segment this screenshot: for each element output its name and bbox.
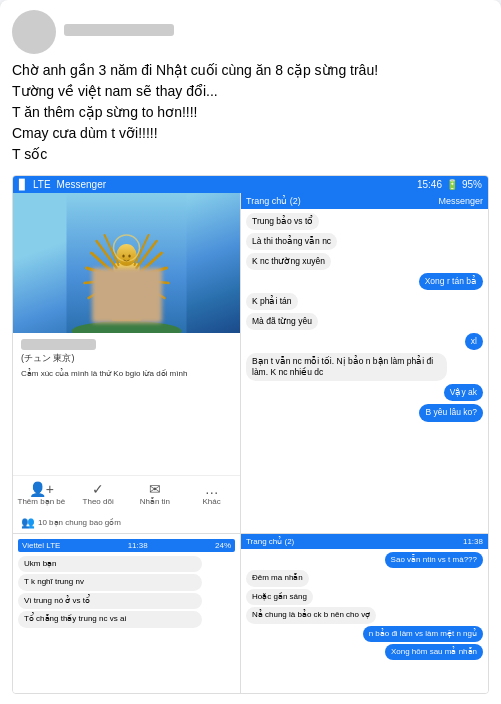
viettel-label: Viettel LTE: [22, 541, 60, 550]
messenger-label: Messenger: [57, 179, 106, 190]
add-friend-icon: 👤+: [29, 482, 54, 496]
msg-b2: Đêm ma nhắn: [246, 570, 309, 586]
chat-sub-title-1: Messenger: [438, 196, 483, 206]
mutual-friends: 👥 10 bạn chung bao gồm: [13, 512, 240, 533]
status-bar-left: ▊ LTE Messenger: [19, 179, 106, 190]
mutual-text: 10 bạn chung bao gồm: [38, 518, 121, 527]
two-panel: (チュン 東京) Cảm xúc của mình là thứ Ko bgio…: [13, 193, 488, 533]
follow-icon: ✓: [92, 482, 104, 496]
svg-point-19: [128, 255, 130, 258]
profile-status: Cảm xúc của mình là thứ Ko bgio lừa dối …: [21, 368, 232, 379]
msg-6: Mà đã từng yêu: [246, 313, 318, 330]
msg-s4: Tổ chắng thấy trung nc vs ai: [18, 611, 202, 627]
status-bar-right: 15:46 🔋 95%: [417, 179, 482, 190]
battery-pct: 95%: [462, 179, 482, 190]
chat-viettel-time: 11:38: [463, 537, 483, 546]
cover-photo: [13, 193, 240, 333]
msg-b3: Hoặc gần sáng: [246, 589, 313, 605]
viettel-time: 11:38: [128, 541, 148, 550]
blurred-image: [92, 268, 162, 323]
profile-panel: (チュン 東京) Cảm xúc của mình là thứ Ko bgio…: [13, 193, 241, 533]
author-name-blur: [64, 24, 174, 36]
more-icon: …: [205, 482, 219, 496]
profile-section: (チュン 東京) Cảm xúc của mình là thứ Ko bgio…: [13, 333, 240, 475]
profile-name-blur: [21, 339, 96, 350]
second-right-panel: Trang chủ (2) 11:38 Sao vẫn ntin vs t mà…: [241, 534, 488, 693]
msg-s1: Ukm bạn: [18, 556, 202, 572]
second-status-bar: Viettel LTE 11:38 24%: [18, 539, 235, 552]
message-label: Nhắn tin: [140, 497, 170, 506]
msg-s3: Vì trung nó ở vs tổ: [18, 593, 202, 609]
msg-7: xl: [465, 333, 483, 350]
chat-title-1: Trang chủ (2): [246, 196, 301, 206]
network-type: LTE: [33, 179, 51, 190]
msg-b6: Xong hôm sau mả nhắn: [385, 644, 483, 660]
chat-messages-1: Trung bảo vs tổ Là thi thoảng vẫn nc K n…: [241, 209, 488, 533]
more-label: Khác: [203, 497, 221, 506]
chat-messages-2: Sao vẫn ntin vs t mà??? Đêm ma nhắn Hoặc…: [241, 549, 488, 663]
signal-icon: ▊: [19, 179, 27, 190]
add-friend-label: Thêm bạn bè: [18, 497, 66, 506]
follow-label: Theo dõi: [83, 497, 114, 506]
msg-10: B yêu lâu ko?: [419, 404, 483, 421]
msg-b1: Sao vẫn ntin vs t mà???: [385, 552, 483, 568]
msg-b4: Nả chung là bảo ck b nên cho vợ: [246, 607, 376, 623]
add-friend-btn[interactable]: 👤+ Thêm bạn bè: [13, 480, 70, 508]
more-btn[interactable]: … Khác: [183, 480, 240, 508]
post-meta: [64, 24, 489, 40]
profile-kanji: (チュン 東京): [21, 352, 232, 365]
battery-icon: 🔋: [446, 179, 458, 190]
message-btn[interactable]: ✉ Nhắn tin: [127, 480, 184, 508]
avatar: [12, 10, 56, 54]
msg-b5: n bảo đi làm vs làm mệt n ngủ: [363, 626, 483, 642]
chat-panel: Trang chủ (2) Messenger Trung bảo vs tổ …: [241, 193, 488, 533]
svg-point-18: [122, 255, 124, 258]
svg-point-4: [117, 244, 137, 266]
battery-pct-2: 24%: [215, 541, 231, 550]
profile-actions: 👤+ Thêm bạn bè ✓ Theo dõi ✉ Nhắn tin … K…: [13, 475, 240, 512]
msg-s2: T k nghĩ trung nv: [18, 574, 202, 590]
post-card: Chờ anh gần 3 năm đi Nhật cuối cùng ăn 8…: [0, 0, 501, 704]
msg-1: Trung bảo vs tổ: [246, 213, 319, 230]
clock-time: 15:46: [417, 179, 442, 190]
chat-header-2: Trang chủ (2) 11:38: [241, 534, 488, 549]
follow-btn[interactable]: ✓ Theo dõi: [70, 480, 127, 508]
message-icon: ✉: [149, 482, 161, 496]
chat-title-2: Trang chủ (2): [246, 537, 294, 546]
msg-4: Xong r tán bả: [419, 273, 483, 290]
shared-content: ▊ LTE Messenger 15:46 🔋 95%: [12, 175, 489, 694]
post-text: Chờ anh gần 3 năm đi Nhật cuối cùng ăn 8…: [0, 60, 501, 175]
second-row: Viettel LTE 11:38 24% Ukm bạn T k nghĩ t…: [13, 533, 488, 693]
msg-5: K phải tán: [246, 293, 298, 310]
msg-8: Bạn t vẫn nc mỗi tối. Nị bảo n bận làm p…: [246, 353, 447, 381]
chat-header-1: Trang chủ (2) Messenger: [241, 193, 488, 209]
second-left-panel: Viettel LTE 11:38 24% Ukm bạn T k nghĩ t…: [13, 534, 241, 693]
post-header: [0, 0, 501, 60]
messenger-status-bar: ▊ LTE Messenger 15:46 🔋 95%: [13, 176, 488, 193]
mutual-icon: 👥: [21, 516, 35, 529]
msg-9: Vậy ak: [444, 384, 483, 401]
msg-3: K nc thường xuyên: [246, 253, 331, 270]
msg-2: Là thi thoảng vẫn nc: [246, 233, 337, 250]
second-left-content: Ukm bạn T k nghĩ trung nv Vì trung nó ở …: [18, 556, 235, 628]
